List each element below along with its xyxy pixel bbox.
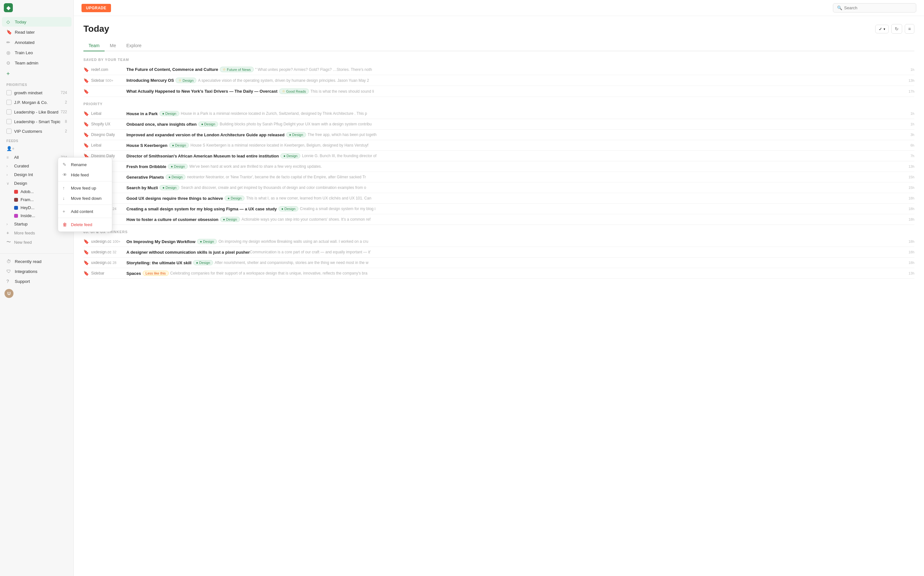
search-box[interactable]: 🔍 (833, 3, 916, 13)
feed-heyd-label: HeyD... (21, 205, 34, 210)
priority-box-icon3 (6, 109, 11, 115)
priority-leadership-like[interactable]: Leadership - Like Board 722 (2, 107, 72, 117)
source-sidebar1: Sidebar 500+ (91, 78, 127, 83)
source-ux6: uxdesign.cc 28 (91, 261, 127, 265)
article-row-spaces[interactable]: 🔖 Sidebar Spaces Less like this Celebrat… (83, 268, 914, 279)
article-row-london[interactable]: 🔖 Disegno Daily Improved and expanded ve… (83, 130, 914, 140)
menu-hide-feed[interactable]: 👁 Hide feed (58, 170, 112, 180)
team-admin-nav[interactable]: ⊙ Team admin (2, 58, 72, 68)
add-user-btn[interactable]: 👤+ (2, 145, 72, 152)
annotated-label: Annotated (15, 40, 35, 45)
article-content8: Director of Smithsonian's African Americ… (127, 153, 907, 158)
team-icon: ⊙ (6, 60, 12, 66)
chevron-right-icon2: › (6, 173, 11, 177)
priority-jpm-label: J.P. Morgan & Co. (14, 100, 48, 105)
new-feed-label: New feed (14, 240, 32, 245)
inside-color (14, 214, 18, 218)
frame-color (14, 198, 18, 202)
feed-inside-label: Inside... (21, 213, 35, 218)
support-nav[interactable]: ? Support (2, 277, 72, 286)
bookmark-icon5: 🔖 (83, 122, 88, 127)
article-row-pixel[interactable]: 🔖 uxdesign.cc 32 A designer without comm… (83, 247, 914, 258)
read-later-nav[interactable]: 🔖 Read later (2, 27, 72, 37)
heyd-color (14, 206, 18, 210)
menu-rename[interactable]: ✎ Rename (58, 159, 112, 170)
priority-box-icon4 (6, 119, 11, 124)
user-avatar-area[interactable]: U (0, 286, 74, 301)
article-row-smithsonian[interactable]: 🔖 Disegno Daily Director of Smithsonian'… (83, 151, 914, 161)
menu-move-up[interactable]: ↑ Move feed up (58, 183, 112, 193)
add-icon: + (6, 70, 10, 77)
eye-icon: 👁 (62, 172, 68, 178)
refresh-button[interactable]: ↻ (891, 24, 902, 34)
priority-leadership-smart[interactable]: Leadership - Smart Topic 8 (2, 117, 72, 126)
priority-box-icon5 (6, 129, 11, 134)
add-user-icon: 👤+ (6, 146, 14, 151)
article-content16: A designer without communication skills … (127, 250, 905, 254)
article-row-obsession[interactable]: 🔖 uxdesign.cc How to foster a culture of… (83, 214, 914, 225)
sidebar-bottom: ⏱ Recently read 🛡 Integrations ? Support… (0, 253, 74, 301)
bookmark-nav-icon: 🔖 (6, 29, 12, 35)
page-header: Today ✓ ▾ ↻ ≡ (83, 24, 914, 34)
upgrade-button[interactable]: UPGRADE (82, 4, 111, 12)
menu-rename-label: Rename (71, 162, 86, 167)
support-label: Support (15, 279, 30, 284)
priority-vip-count: 2 (65, 129, 67, 133)
article-row-dribbble[interactable]: 🔖 Sidebar Fresh from Dribbble ● Design W… (83, 161, 914, 172)
bookmark-icon16: 🔖 (83, 250, 88, 254)
menu-delete-feed[interactable]: 🗑 Delete feed (58, 219, 112, 230)
article-row-figma[interactable]: 🔖 uxdesign.cc 24 Creating a small design… (83, 204, 914, 214)
tab-explore[interactable]: Explore (121, 40, 147, 51)
article-row-muzli[interactable]: 🔖 Sidebar Search by Muzli ● Design Searc… (83, 182, 914, 193)
chevron-check-icon: ▾ (884, 27, 885, 31)
priority-vip[interactable]: VIP Customers 2 (2, 127, 72, 136)
new-feed-btn[interactable]: 〜 New feed (2, 238, 72, 246)
article-row-house-park[interactable]: 🔖 Leibal House in a Park ● Design House … (83, 109, 914, 119)
article-content3: What Actually Happened to New York's Tax… (127, 88, 905, 94)
menu-add-content[interactable]: + Add content (58, 206, 112, 216)
integrations-nav[interactable]: 🛡 Integrations (2, 267, 72, 276)
arrow-down-icon: ↓ (62, 196, 68, 201)
check-button[interactable]: ✓ ▾ (875, 25, 889, 34)
clock-icon: ⏱ (6, 259, 12, 264)
bookmark-icon6: 🔖 (83, 132, 88, 137)
priority-jpm[interactable]: J.P. Morgan & Co. 2 (2, 98, 72, 107)
article-content7: House S Keerbergen ● Design House S Keer… (127, 143, 907, 148)
train-leo-nav[interactable]: ◎ Train Leo (2, 48, 72, 58)
chevron-down-icon: ∨ (6, 181, 11, 186)
search-input[interactable] (844, 5, 912, 10)
content-area: Today ✓ ▾ ↻ ≡ Team Me Explore SAVED BY Y… (74, 16, 924, 576)
article-row-good-ux[interactable]: 🔖 uxdesign.cc Good UX designs require th… (83, 193, 914, 204)
menu-move-down-label: Move feed down (71, 196, 101, 201)
article-content17: Storytelling: the ultimate UX skill ● De… (127, 260, 905, 265)
priority-ls-count: 8 (65, 119, 67, 124)
article-row-taxi[interactable]: 🔖 What Actually Happened to New York's T… (83, 86, 914, 97)
priority-growth[interactable]: growth mindset 724 (2, 88, 72, 97)
article-row-workflow[interactable]: 🔖 uxdesign.cc 100+ On Improving My Desig… (83, 236, 914, 247)
article-row-planets[interactable]: 🔖 Sidebar 26 Generative Planets ● Design… (83, 172, 914, 182)
menu-button[interactable]: ≡ (905, 24, 914, 34)
trash-icon: 🗑 (62, 222, 68, 227)
logo-icon: ◆ (4, 3, 13, 12)
context-menu: ✎ Rename 👁 Hide feed ↑ Move feed up ↓ Mo… (58, 157, 112, 232)
tab-me[interactable]: Me (104, 40, 121, 51)
annotated-nav[interactable]: ✏ Annotated (2, 37, 72, 47)
search-icon: 🔍 (837, 5, 842, 10)
bookmark-icon7: 🔖 (83, 143, 88, 148)
today-nav[interactable]: ◇ Today (2, 17, 72, 27)
integrations-label: Integrations (15, 269, 38, 274)
article-row-onboard[interactable]: 🔖 Shopify UX Onboard once, share insight… (83, 119, 914, 130)
menu-move-up-label: Move feed up (71, 186, 96, 190)
menu-move-down[interactable]: ↓ Move feed down (58, 193, 112, 203)
article-row-mercury[interactable]: 🔖 Sidebar 500+ Introducing Mercury OS ☆ … (83, 75, 914, 86)
article-row-redef[interactable]: 🔖 redef.com The Future of Content, Comme… (83, 64, 914, 75)
recently-read-nav[interactable]: ⏱ Recently read (2, 256, 72, 266)
bookmark-icon3: 🔖 (83, 89, 88, 94)
add-item-btn[interactable]: + (2, 69, 72, 79)
tab-team[interactable]: Team (83, 40, 104, 51)
train-leo-label: Train Leo (15, 50, 33, 55)
article-row-storytelling[interactable]: 🔖 uxdesign.cc 28 Storytelling: the ultim… (83, 258, 914, 268)
chevron-right-icon3: › (6, 222, 11, 226)
article-row-keerbergen[interactable]: 🔖 Leibal House S Keerbergen ● Design Hou… (83, 140, 914, 151)
feed-startup-label: Startup (14, 222, 27, 226)
